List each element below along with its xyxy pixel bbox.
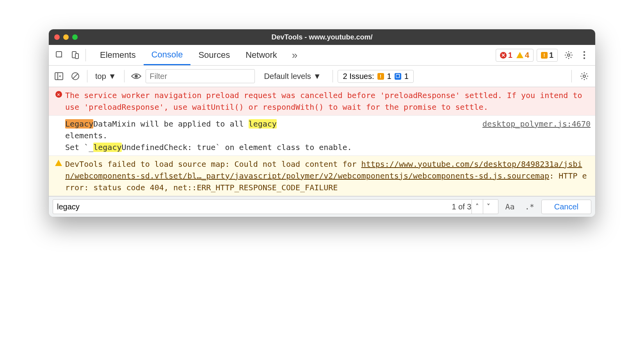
- log-row-icon: [52, 118, 65, 153]
- console-warning-row[interactable]: DevTools failed to load source map: Coul…: [49, 156, 595, 196]
- dropdown-icon: ▼: [313, 72, 321, 81]
- error-message: The service worker navigation preload re…: [65, 89, 591, 113]
- issue-orange-count: 1: [387, 72, 391, 81]
- search-match-current: Legacy: [65, 119, 93, 129]
- traffic-lights: [54, 34, 78, 40]
- minimize-window[interactable]: [63, 34, 69, 40]
- issue-blue-count: 1: [404, 72, 409, 81]
- devtools-window: DevTools - www.youtube.com/ Elements Con…: [49, 29, 595, 217]
- tab-console[interactable]: Console: [144, 45, 191, 65]
- settings-gear-icon[interactable]: [561, 47, 576, 63]
- main-toolbar: Elements Console Sources Network » ✕ 1 4…: [49, 45, 595, 66]
- divider: [85, 49, 86, 61]
- log-message: LegacyDataMixin will be applied to all l…: [65, 118, 482, 153]
- panel-tabs: Elements Console Sources Network »: [92, 45, 304, 65]
- filter-input[interactable]: [146, 69, 255, 83]
- context-selector[interactable]: top ▼: [92, 70, 119, 82]
- divider: [87, 70, 87, 82]
- warning-icon: [516, 52, 523, 58]
- svg-point-10: [135, 75, 138, 78]
- find-bar: legacy 1 of 3 ˄ ˅ Aa .* Cancel: [49, 196, 595, 217]
- svg-point-4: [584, 51, 585, 53]
- device-toggle-icon[interactable]: [68, 47, 83, 63]
- issue-count: 1: [549, 51, 553, 60]
- issues-label: 2 Issues:: [343, 72, 374, 81]
- find-next-icon[interactable]: ˅: [483, 200, 494, 214]
- close-window[interactable]: [54, 34, 60, 40]
- svg-point-5: [584, 54, 585, 56]
- levels-label: Default levels: [264, 72, 311, 81]
- console-settings-icon[interactable]: [576, 68, 592, 84]
- inspect-element-icon[interactable]: [52, 47, 68, 63]
- issue-icon: !: [541, 52, 548, 59]
- titlebar: DevTools - www.youtube.com/: [49, 29, 595, 45]
- divider: [333, 70, 333, 82]
- find-prev-icon[interactable]: ˄: [471, 200, 483, 214]
- issues-summary[interactable]: 2 Issues: ! 1 ❐ 1: [338, 70, 413, 83]
- console-log-row[interactable]: LegacyDataMixin will be applied to all l…: [49, 116, 595, 156]
- window-title: DevTools - www.youtube.com/: [49, 33, 595, 41]
- svg-point-11: [583, 75, 585, 77]
- svg-rect-2: [75, 54, 78, 59]
- context-label: top: [95, 72, 106, 81]
- dropdown-icon: ▼: [109, 72, 116, 81]
- warning-row-icon: [52, 158, 65, 193]
- console-sidebar-toggle-icon[interactable]: [52, 69, 66, 83]
- match-case-toggle[interactable]: Aa: [502, 200, 518, 213]
- tab-sources[interactable]: Sources: [190, 45, 238, 65]
- regex-toggle[interactable]: .*: [522, 200, 537, 213]
- svg-line-9: [73, 74, 78, 79]
- divider: [571, 70, 572, 82]
- find-query: legacy: [57, 202, 452, 211]
- clear-console-icon[interactable]: [68, 69, 82, 83]
- error-icon: ✕: [500, 52, 507, 59]
- divider: [124, 70, 125, 82]
- tab-elements[interactable]: Elements: [92, 45, 144, 65]
- more-menu-icon[interactable]: [576, 47, 592, 63]
- warning-message: DevTools failed to load source map: Coul…: [65, 158, 591, 193]
- error-warning-counts[interactable]: ✕ 1 4: [496, 49, 534, 62]
- issue-orange-icon: !: [377, 73, 384, 80]
- cancel-button[interactable]: Cancel: [541, 200, 591, 214]
- search-match: legacy: [93, 143, 121, 152]
- error-count: 1: [508, 51, 512, 60]
- find-input[interactable]: legacy 1 of 3 ˄ ˅: [53, 199, 498, 214]
- tab-network[interactable]: Network: [238, 45, 285, 65]
- issues-badge[interactable]: ! 1: [537, 49, 558, 62]
- console-subbar: top ▼ Default levels ▼ 2 Issues: ! 1 ❐ 1: [49, 66, 595, 87]
- svg-point-6: [584, 57, 585, 59]
- console-messages: ✕ The service worker navigation preload …: [49, 87, 595, 196]
- more-tabs-icon[interactable]: »: [285, 45, 304, 65]
- console-error-row[interactable]: ✕ The service worker navigation preload …: [49, 87, 595, 116]
- warning-count: 4: [525, 51, 529, 60]
- issue-blue-icon: ❐: [395, 73, 401, 80]
- maximize-window[interactable]: [72, 34, 78, 40]
- error-row-icon: ✕: [52, 89, 65, 113]
- find-count: 1 of 3: [452, 202, 471, 211]
- svg-point-3: [568, 54, 570, 56]
- search-match: legacy: [249, 119, 277, 129]
- log-source-link[interactable]: desktop_polymer.js:4670: [482, 118, 591, 153]
- live-expression-icon[interactable]: [129, 73, 143, 80]
- log-levels-selector[interactable]: Default levels ▼: [257, 72, 328, 81]
